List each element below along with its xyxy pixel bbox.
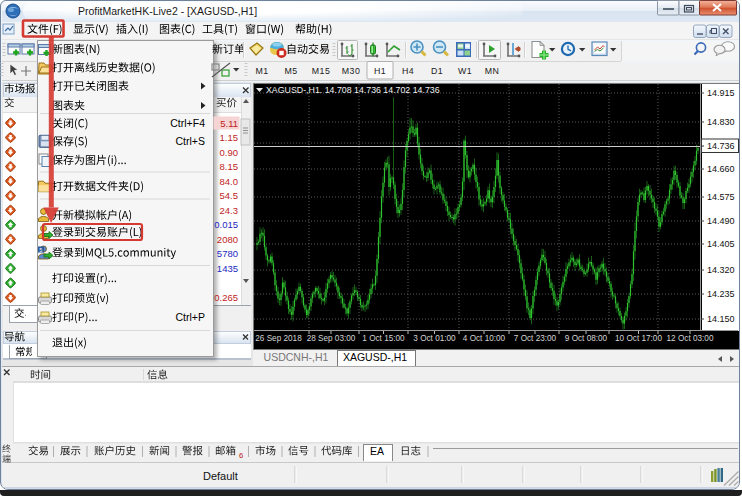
svg-text:M5: M5 [284,66,297,76]
svg-text:Ctrl+F4: Ctrl+F4 [170,117,205,129]
svg-text:USDCNH-,H1: USDCNH-,H1 [264,351,329,363]
svg-text:5: 5 [39,247,42,253]
svg-text:Default: Default [203,470,238,482]
svg-text:MN: MN [485,66,500,76]
svg-text:7 Oct 23:00: 7 Oct 23:00 [514,334,557,343]
svg-text:26 Sep 2018: 26 Sep 2018 [255,334,302,343]
svg-text:14.915: 14.915 [707,88,735,98]
svg-text:14.660: 14.660 [707,164,735,174]
svg-text:12 Oct 03:00: 12 Oct 03:00 [667,334,714,343]
svg-text:14.150: 14.150 [707,314,735,324]
svg-text:1435: 1435 [217,263,238,274]
svg-text:Ctrl+S: Ctrl+S [176,135,205,147]
svg-text:M15: M15 [312,66,331,76]
svg-text:H4: H4 [402,66,414,76]
svg-text:2080: 2080 [217,234,238,245]
svg-text:XAGUSD-,H1: XAGUSD-,H1 [343,351,407,363]
svg-text:ProfitMarketHK-Live2 - [XAGUSD: ProfitMarketHK-Live2 - [XAGUSD-,H1] [78,5,257,17]
svg-text:14.575: 14.575 [707,192,735,202]
svg-text:28 Sep 03:00: 28 Sep 03:00 [307,334,356,343]
svg-text:EA: EA [370,445,384,457]
svg-text:0.90: 0.90 [220,147,239,158]
svg-text:6: 6 [239,451,243,460]
svg-text:M30: M30 [342,66,361,76]
svg-text:10 Oct 17:00: 10 Oct 17:00 [615,334,662,343]
svg-text:XAGUSD-,H1. 14.708 14.736 14.7: XAGUSD-,H1. 14.708 14.736 14.702 14.736 [266,85,440,95]
svg-text:0.265: 0.265 [214,292,238,303]
svg-text:H1: H1 [374,66,386,76]
svg-text:4 Oct 10:00: 4 Oct 10:00 [463,334,506,343]
svg-text:14.490: 14.490 [707,216,735,226]
svg-text:1.15: 1.15 [220,132,239,143]
svg-text:14.830: 14.830 [707,117,735,127]
svg-text:M1: M1 [255,66,268,76]
svg-text:14.320: 14.320 [707,265,735,275]
svg-text:5.11: 5.11 [220,118,238,129]
svg-text:24.3: 24.3 [220,205,239,216]
svg-text:54.5: 54.5 [220,190,239,201]
svg-text:3 Oct 01:00: 3 Oct 01:00 [413,334,456,343]
svg-text:Ctrl+P: Ctrl+P [176,311,205,323]
svg-text:8.15: 8.15 [220,161,239,172]
svg-text:0.015: 0.015 [214,219,238,230]
svg-text:9 Oct 08:00: 9 Oct 08:00 [565,334,608,343]
svg-text:84.0: 84.0 [220,176,239,187]
svg-text:14.405: 14.405 [707,239,735,249]
svg-text:W1: W1 [458,66,472,76]
svg-text:D1: D1 [431,66,443,76]
svg-text:1 Oct 15:00: 1 Oct 15:00 [362,334,405,343]
svg-text:5780: 5780 [217,248,238,259]
svg-text:14.736: 14.736 [707,141,735,151]
svg-text:14.235: 14.235 [707,289,735,299]
